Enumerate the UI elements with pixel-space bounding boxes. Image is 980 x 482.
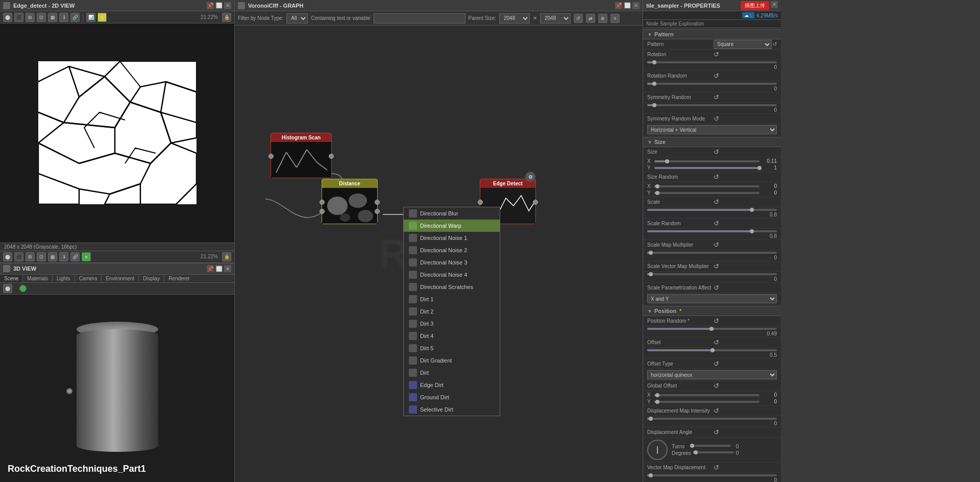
symmetry-random-slider[interactable] <box>647 104 777 106</box>
scale-map-thumb[interactable] <box>649 251 653 255</box>
rotation-slider-track[interactable] <box>647 61 777 63</box>
vector-disp-reset-btn[interactable]: ↺ <box>714 464 719 471</box>
symmetry-mode-select[interactable]: Horizontal + Vertical <box>647 125 777 134</box>
size-y-thumb[interactable] <box>757 166 762 170</box>
upload-button[interactable]: 插图上传 <box>741 1 769 10</box>
menu-item-dirt3[interactable]: Dirt 3 <box>404 318 500 330</box>
btn8[interactable]: ● <box>82 252 91 261</box>
vector-disp-thumb[interactable] <box>649 473 653 477</box>
turns-slider[interactable] <box>690 445 731 447</box>
graph-tb2[interactable]: ⊕ <box>598 14 607 23</box>
offset-type-select[interactable]: horizontal quineux <box>647 370 777 379</box>
expand-3d-button[interactable]: ⬜ <box>215 265 223 272</box>
scale-slider[interactable] <box>647 209 777 211</box>
close-3d-button[interactable]: ✕ <box>224 265 231 272</box>
degrees-thumb[interactable] <box>694 450 698 454</box>
parent-size-select[interactable]: 2048 <box>499 13 530 23</box>
btn5[interactable]: ▦ <box>48 252 57 261</box>
pos-random-thumb[interactable] <box>709 327 714 331</box>
scale-random-thumb[interactable] <box>750 229 754 233</box>
rotation-random-slider[interactable] <box>647 83 777 85</box>
scale-random-slider[interactable] <box>647 230 777 232</box>
pos-random-reset-btn[interactable]: ↺ <box>714 317 719 325</box>
global-y-slider[interactable] <box>654 401 760 403</box>
disp-intensity-slider[interactable] <box>647 418 777 420</box>
scale-vector-slider[interactable] <box>647 273 777 275</box>
tab-materials[interactable]: Materials <box>23 275 53 282</box>
pin-button[interactable]: 📌 <box>207 2 214 9</box>
menu-item-dirt[interactable]: Dirt <box>404 367 500 379</box>
menu-item-directional-warp[interactable]: Directional Warp <box>404 220 500 232</box>
scale-param-select[interactable]: X and Y <box>647 294 777 303</box>
disp-intensity-thumb[interactable] <box>649 417 653 421</box>
size-random-y-thumb[interactable] <box>655 191 659 195</box>
menu-item-dirt4[interactable]: Dirt 4 <box>404 330 500 342</box>
btn1[interactable]: ⬤ <box>3 252 12 261</box>
link-btn[interactable]: 🔗 <box>70 13 80 22</box>
size-random-y-slider[interactable] <box>654 192 760 194</box>
graph-tb1[interactable]: ⇄ <box>586 14 595 23</box>
section-size[interactable]: ▼ Size <box>643 137 781 147</box>
tab-camera[interactable]: Camera <box>75 275 102 282</box>
node-histogram[interactable]: Histogram Scan <box>271 133 332 178</box>
expand-graph-btn[interactable]: ⬜ <box>624 2 631 9</box>
section-pattern[interactable]: ▼ Pattern <box>643 29 781 39</box>
btn3[interactable]: ⊞ <box>26 252 35 261</box>
symmetry-mode-reset-btn[interactable]: ↺ <box>714 115 719 123</box>
3d-tb2[interactable] <box>19 285 27 292</box>
size-reset-btn[interactable]: ↺ <box>714 148 719 156</box>
section-position[interactable]: ▼ Position * <box>643 306 781 316</box>
menu-item-directional-noise1[interactable]: Directional Noise 1 <box>404 232 500 244</box>
close-graph-btn[interactable]: ✕ <box>632 2 640 9</box>
scale-random-reset-btn[interactable]: ↺ <box>714 220 719 227</box>
tab-display[interactable]: Display <box>139 275 164 282</box>
menu-item-directional-blur[interactable]: Directional Blur <box>404 207 500 220</box>
parent-size-y-select[interactable]: 2048 <box>540 13 571 23</box>
frame-btn[interactable]: ▦ <box>48 13 57 22</box>
node-histogram-in-port[interactable] <box>268 154 274 159</box>
node-edge-out-port[interactable] <box>533 200 538 205</box>
global-x-thumb[interactable] <box>655 393 659 397</box>
pos-random-slider[interactable] <box>647 328 777 330</box>
close-2d-button[interactable]: ✕ <box>224 2 231 9</box>
global-offset-reset-btn[interactable]: ↺ <box>714 382 719 390</box>
scale-vector-reset-btn[interactable]: ↺ <box>714 262 719 270</box>
tab-renderer[interactable]: Renderer <box>164 275 194 282</box>
menu-item-ground-dirt[interactable]: Ground Dirt <box>404 391 500 403</box>
scale-reset-btn[interactable]: ↺ <box>714 198 719 206</box>
size-random-reset-btn[interactable]: ↺ <box>714 173 719 181</box>
rotation-random-reset-btn[interactable]: ↺ <box>714 72 719 80</box>
pattern-select[interactable]: Square <box>714 40 772 49</box>
tab-environment[interactable]: Environment <box>102 275 139 282</box>
degrees-slider[interactable] <box>693 451 734 453</box>
global-y-thumb[interactable] <box>655 400 659 404</box>
menu-item-directional-scratches[interactable]: Directional Scratches <box>404 281 500 293</box>
filter-type-select[interactable]: All <box>286 13 308 23</box>
menu-item-dirt5[interactable]: Dirt 5 <box>404 342 500 354</box>
size-random-x-thumb[interactable] <box>655 184 659 188</box>
grid-btn[interactable]: ⊞ <box>26 13 35 22</box>
node-edge-in-port[interactable] <box>478 200 483 205</box>
rotation-random-thumb[interactable] <box>652 82 656 86</box>
graph-tb3[interactable]: ≡ <box>610 14 620 23</box>
lock-btn2[interactable]: 🔒 <box>222 252 231 261</box>
turns-thumb[interactable] <box>690 444 694 448</box>
color-btn[interactable]: ■ <box>97 13 107 22</box>
scale-map-slider[interactable] <box>647 252 777 254</box>
mat-btn[interactable]: ⬛ <box>14 13 23 22</box>
offset-slider[interactable] <box>647 349 777 351</box>
3d-tb1[interactable]: ⬤ <box>3 284 12 293</box>
scale-thumb[interactable] <box>750 208 754 212</box>
size-random-x-slider[interactable] <box>654 185 760 187</box>
btn6[interactable]: ℹ <box>59 252 68 261</box>
scale-vector-thumb[interactable] <box>649 272 653 276</box>
graph-canvas[interactable]: RRCG Histogram Scan <box>235 26 643 482</box>
pin-3d-button[interactable]: 📌 <box>207 265 214 272</box>
tab-lights[interactable]: Lights <box>53 275 75 282</box>
symmetry-random-thumb[interactable] <box>652 103 656 107</box>
rotation-slider-thumb[interactable] <box>652 60 656 64</box>
menu-item-directional-noise2[interactable]: Directional Noise 2 <box>404 244 500 256</box>
menu-item-dirt1[interactable]: Dirt 1 <box>404 293 500 305</box>
info-btn[interactable]: ℹ <box>59 13 68 22</box>
displacement-dial[interactable] <box>647 440 668 460</box>
